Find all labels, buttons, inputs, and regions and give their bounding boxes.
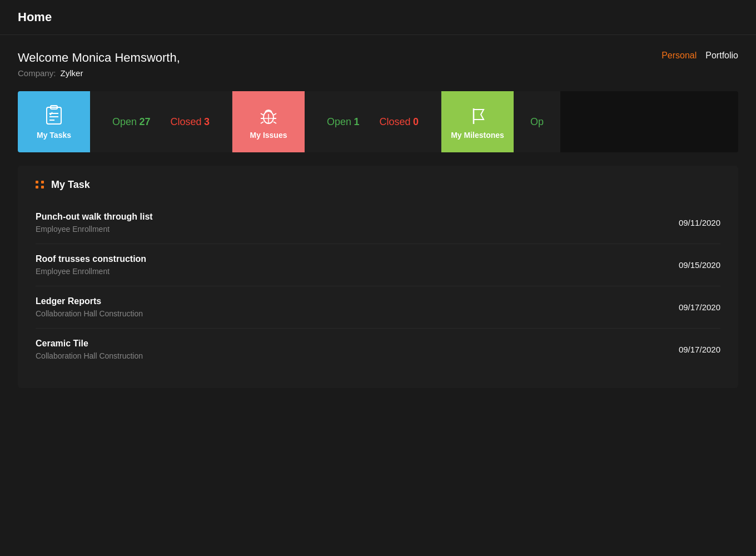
task-project: Employee Enrollment bbox=[36, 267, 146, 276]
task-project: Employee Enrollment bbox=[36, 225, 153, 234]
tasks-closed-stat: Closed 3 bbox=[171, 116, 210, 128]
widgets-row: My Tasks Open 27 Closed 3 bbox=[18, 91, 738, 152]
my-milestones-icon-block[interactable]: My Milestones bbox=[441, 91, 514, 152]
dot-1 bbox=[36, 181, 38, 183]
company-name: Zylker bbox=[61, 68, 83, 78]
issues-svg-icon bbox=[257, 104, 280, 127]
task-date: 09/17/2020 bbox=[679, 302, 720, 312]
welcome-text: Welcome Monica Hemsworth, bbox=[18, 51, 180, 65]
issues-widget-label: My Issues bbox=[250, 131, 287, 140]
my-tasks-widget: My Tasks Open 27 Closed 3 bbox=[18, 91, 232, 152]
dot-4 bbox=[41, 186, 44, 188]
milestones-partial-stats: Op bbox=[514, 116, 560, 128]
task-item[interactable]: Punch-out walk through list Employee Enr… bbox=[36, 202, 720, 244]
my-milestones-widget: My Milestones Op bbox=[441, 91, 560, 152]
svg-line-11 bbox=[273, 122, 276, 123]
task-project: Collaboration Hall Construction bbox=[36, 351, 143, 360]
tasks-widget-label: My Tasks bbox=[37, 131, 71, 140]
app-header: Home bbox=[0, 0, 756, 35]
view-toggle: Personal Portfolio bbox=[662, 51, 738, 61]
tasks-closed-count: 3 bbox=[204, 116, 210, 127]
task-info: Ceramic Tile Collaboration Hall Construc… bbox=[36, 339, 143, 360]
task-info: Ledger Reports Collaboration Hall Constr… bbox=[36, 296, 143, 318]
milestones-open-partial: Op bbox=[530, 116, 544, 128]
grid-dots-icon bbox=[36, 181, 44, 190]
task-section-header: My Task bbox=[36, 179, 720, 191]
dot-3 bbox=[36, 186, 38, 188]
task-date: 09/17/2020 bbox=[679, 345, 720, 354]
company-label: Company: bbox=[18, 68, 56, 78]
task-section: My Task Punch-out walk through list Empl… bbox=[18, 166, 738, 388]
task-date: 09/11/2020 bbox=[679, 218, 720, 227]
my-tasks-icon-block[interactable]: My Tasks bbox=[18, 91, 90, 152]
welcome-row: Welcome Monica Hemsworth, Company: Zylke… bbox=[18, 51, 738, 78]
dot-2 bbox=[41, 181, 44, 183]
issues-stats: Open 1 Closed 0 bbox=[305, 116, 441, 128]
task-section-title: My Task bbox=[51, 179, 90, 191]
personal-view-button[interactable]: Personal bbox=[662, 51, 697, 61]
task-list: Punch-out walk through list Employee Enr… bbox=[36, 202, 720, 370]
company-row: Company: Zylker bbox=[18, 68, 180, 78]
task-name: Roof trusses construction bbox=[36, 254, 146, 264]
tasks-open-count: 27 bbox=[140, 116, 151, 127]
svg-line-6 bbox=[261, 113, 263, 115]
task-item[interactable]: Roof trusses construction Employee Enrol… bbox=[36, 244, 720, 286]
svg-line-9 bbox=[273, 113, 276, 115]
issues-open-stat: Open 1 bbox=[327, 116, 360, 128]
tasks-stats: Open 27 Closed 3 bbox=[90, 116, 232, 128]
svg-line-8 bbox=[261, 122, 263, 123]
task-item[interactable]: Ledger Reports Collaboration Hall Constr… bbox=[36, 286, 720, 329]
my-issues-widget: My Issues Open 1 Closed 0 bbox=[232, 91, 441, 152]
welcome-left: Welcome Monica Hemsworth, Company: Zylke… bbox=[18, 51, 180, 78]
task-item[interactable]: Ceramic Tile Collaboration Hall Construc… bbox=[36, 329, 720, 370]
page-title: Home bbox=[18, 10, 52, 24]
task-info: Roof trusses construction Employee Enrol… bbox=[36, 254, 146, 276]
task-name: Punch-out walk through list bbox=[36, 212, 153, 222]
milestones-widget-label: My Milestones bbox=[451, 131, 504, 140]
main-content: Welcome Monica Hemsworth, Company: Zylke… bbox=[0, 35, 756, 404]
issues-open-count: 1 bbox=[354, 116, 360, 127]
issues-closed-stat: Closed 0 bbox=[380, 116, 419, 128]
my-issues-icon-block[interactable]: My Issues bbox=[232, 91, 305, 152]
tasks-open-label: Open bbox=[112, 116, 137, 127]
issues-open-label: Open bbox=[327, 116, 351, 127]
tasks-closed-label: Closed bbox=[171, 116, 202, 127]
task-info: Punch-out walk through list Employee Enr… bbox=[36, 212, 153, 234]
tasks-svg-icon bbox=[42, 104, 66, 127]
issues-closed-count: 0 bbox=[413, 116, 419, 127]
portfolio-view-button[interactable]: Portfolio bbox=[705, 51, 738, 61]
task-name: Ledger Reports bbox=[36, 296, 143, 306]
tasks-open-stat: Open 27 bbox=[112, 116, 151, 128]
milestones-svg-icon bbox=[466, 104, 489, 127]
task-project: Collaboration Hall Construction bbox=[36, 309, 143, 318]
task-date: 09/15/2020 bbox=[679, 260, 720, 270]
issues-closed-label: Closed bbox=[380, 116, 411, 127]
svg-rect-0 bbox=[47, 107, 61, 124]
task-name: Ceramic Tile bbox=[36, 339, 143, 349]
